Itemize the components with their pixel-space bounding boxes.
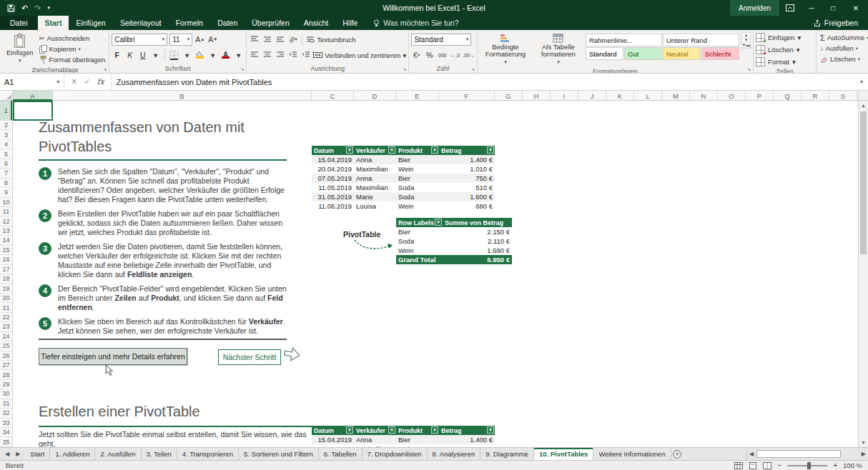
fill-button[interactable]: ↓Ausfüllen▾ <box>819 43 868 54</box>
decrease-indent-icon[interactable] <box>287 49 298 61</box>
row-header-1[interactable]: 1 <box>0 101 12 121</box>
new-sheet-button[interactable]: + <box>671 448 684 460</box>
font-size-select[interactable]: 11▾ <box>169 34 192 46</box>
sheet-tab-10-pivottables[interactable]: 10. PivotTables <box>534 448 593 460</box>
column-header-c[interactable]: C <box>312 91 354 101</box>
sheet-tab-3-teilen[interactable]: 3. Teilen <box>142 448 177 460</box>
ribbon-tab-ansicht[interactable]: Ansicht <box>297 16 335 30</box>
insert-cells-button[interactable]: +Einfügen▾ <box>756 32 801 43</box>
merge-center-button[interactable]: Verbinden und zentrieren▾ <box>313 51 406 59</box>
row-header-10[interactable]: 10 <box>0 198 12 207</box>
align-bottom-icon[interactable] <box>275 34 285 45</box>
close-button[interactable]: ✕ <box>844 0 868 16</box>
row-header-33[interactable]: 33 <box>0 419 12 428</box>
maximize-button[interactable]: □ <box>822 0 844 16</box>
ribbon-tab-hilfe[interactable]: Hilfe <box>335 16 365 30</box>
row-header-9[interactable]: 9 <box>0 188 12 197</box>
filter-dropdown-icon[interactable]: ▼ <box>487 426 494 434</box>
filter-dropdown-icon[interactable]: ▼ <box>388 146 395 154</box>
sheet-nav-prev-icon[interactable]: ◀ <box>5 451 9 457</box>
sheet-tab-weitere-informationen[interactable]: Weitere Informationen <box>593 448 671 460</box>
ribbon-tab-einfügen[interactable]: Einfügen <box>69 16 112 30</box>
table-header-verkäufer[interactable]: Verkäufer▼ <box>354 426 396 435</box>
zoom-in-button[interactable]: + <box>833 461 837 469</box>
underline-dropdown-icon[interactable]: ▾ <box>150 49 161 61</box>
comma-style-button[interactable]: 000 <box>437 49 448 61</box>
chevron-down-icon[interactable]: ▾ <box>207 49 218 61</box>
ribbon-tab-überprüfen[interactable]: Überprüfen <box>245 16 297 30</box>
cell-style-standard[interactable]: Standard <box>586 47 623 60</box>
column-header-d[interactable]: D <box>354 91 396 101</box>
table-header-betrag[interactable]: Betrag▼ <box>439 146 495 155</box>
decrease-font-size-button[interactable]: A▼ <box>207 34 218 45</box>
column-header-p[interactable]: P <box>746 91 774 101</box>
vertical-scrollbar[interactable]: ▲ ▼ <box>858 101 868 447</box>
number-dialog-launcher-icon[interactable]: ↘ <box>470 66 476 72</box>
column-header-r[interactable]: R <box>802 91 829 101</box>
row-header-35[interactable]: 35 <box>0 437 12 446</box>
filter-dropdown-icon[interactable]: ▼ <box>435 219 442 226</box>
align-right-icon[interactable] <box>275 49 285 61</box>
horizontal-scroll-thumb[interactable] <box>756 450 841 458</box>
row-header-13[interactable]: 13 <box>0 226 12 236</box>
name-box-dropdown-icon[interactable]: ▼ <box>53 74 64 90</box>
table-header-produkt[interactable]: Produkt▼ <box>396 146 439 155</box>
sheet-tab-1-addieren[interactable]: 1. Addieren <box>50 448 95 460</box>
sheet-tab-4-transponieren[interactable]: 4. Transponieren <box>177 448 239 460</box>
cell-style-schlecht[interactable]: Schlecht <box>701 47 739 60</box>
increase-font-size-button[interactable]: A▲ <box>194 34 205 45</box>
vertical-scroll-thumb[interactable] <box>860 111 867 254</box>
normal-view-icon[interactable] <box>734 462 743 469</box>
row-header-22[interactable]: 22 <box>0 313 12 322</box>
filter-dropdown-icon[interactable]: ▼ <box>431 426 438 434</box>
filter-dropdown-icon[interactable]: ▼ <box>346 146 353 154</box>
row-header-2[interactable]: 2 <box>0 121 12 130</box>
minimize-button[interactable]: ─ <box>801 0 822 16</box>
row-header-12[interactable]: 12 <box>0 216 12 226</box>
tell-me[interactable]: Was möchten Sie tun? <box>365 16 467 30</box>
font-name-select[interactable]: Calibri▾ <box>112 34 167 46</box>
row-header-23[interactable]: 23 <box>0 322 12 331</box>
row-header-11[interactable]: 11 <box>0 207 12 216</box>
row-header-28[interactable]: 28 <box>0 370 12 379</box>
column-header-n[interactable]: N <box>690 91 718 101</box>
column-header-g[interactable]: G <box>495 91 523 101</box>
column-header-a[interactable]: A <box>13 91 53 101</box>
borders-button[interactable] <box>169 49 179 61</box>
align-middle-icon[interactable] <box>262 34 272 45</box>
row-header-24[interactable]: 24 <box>0 332 12 341</box>
select-all-corner[interactable] <box>0 91 13 100</box>
row-header-30[interactable]: 30 <box>0 389 12 399</box>
row-header-29[interactable]: 29 <box>0 380 12 389</box>
row-header-19[interactable]: 19 <box>0 284 12 293</box>
cop y-button[interactable]: Kopieren▾ <box>38 44 107 54</box>
cell-style-unterer-rand[interactable]: Unterer Rand <box>663 34 739 46</box>
delete-cells-button[interactable]: ×Löschen▾ <box>756 44 800 55</box>
sign-in-button[interactable]: Anmelden <box>730 0 779 16</box>
scroll-up-icon[interactable]: ▲ <box>861 101 866 110</box>
ribbon-tab-formeln[interactable]: Formeln <box>169 16 211 30</box>
sheet-tab-5-sortieren-und-filtern[interactable]: 5. Sortieren und Filtern <box>239 448 319 460</box>
next-step-button[interactable]: Nächster Schritt <box>218 349 281 365</box>
sheet-tab-start[interactable]: Start <box>25 448 50 460</box>
undo-icon[interactable]: ↶ <box>21 0 28 16</box>
filter-dropdown-icon[interactable]: ▼ <box>487 146 494 154</box>
row-header-17[interactable]: 17 <box>0 265 12 274</box>
row-header-34[interactable]: 34 <box>0 428 12 437</box>
chevron-down-icon[interactable]: ▾ <box>233 49 244 61</box>
increase-decimal-button[interactable]: ←,0 <box>450 49 460 61</box>
table-header-summe-von-betrag[interactable]: Summe von Betrag <box>443 218 512 227</box>
qat-dropdown-icon[interactable]: ▾ <box>47 0 50 16</box>
table-header-datum[interactable]: Datum▼ <box>312 426 354 435</box>
insert-function-icon[interactable]: fx <box>97 77 104 86</box>
zoom-slider[interactable] <box>787 465 827 466</box>
save-icon[interactable] <box>7 4 15 12</box>
scroll-right-icon[interactable]: ▶ <box>862 451 866 457</box>
zoom-slider-thumb[interactable] <box>807 462 811 469</box>
row-header-21[interactable]: 21 <box>0 303 12 312</box>
row-header-6[interactable]: 6 <box>0 159 12 169</box>
page-break-view-icon[interactable] <box>763 462 771 469</box>
gallery-down-icon[interactable]: ▼ <box>742 38 750 43</box>
font-dialog-launcher-icon[interactable]: ↘ <box>239 66 245 72</box>
gallery-up-icon[interactable]: ▲ <box>742 33 750 38</box>
